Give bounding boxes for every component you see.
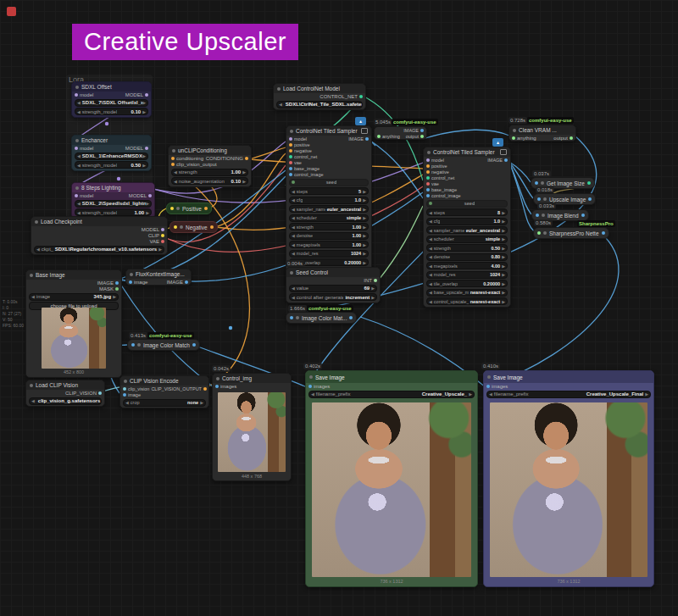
combo-arrow-right-icon[interactable]: ▶ (502, 236, 505, 241)
input-port-images[interactable] (486, 385, 490, 388)
widget-cfg[interactable]: ◀cfg1.0▶ (289, 197, 369, 204)
widget-steps[interactable]: ◀steps5▶ (289, 187, 369, 195)
combo-arrow-right-icon[interactable]: ▶ (502, 290, 505, 295)
combo-arrow-right-icon[interactable]: ▶ (502, 228, 505, 233)
input-port[interactable] (290, 316, 293, 319)
combo-arrow-right-icon[interactable]: ▶ (645, 391, 648, 397)
combo-arrow-right-icon[interactable]: ▶ (146, 201, 149, 206)
widget-crop[interactable]: ◀cropnone▶ (123, 399, 206, 407)
input-port[interactable] (537, 197, 541, 201)
widget-value[interactable]: ◀value69▶ (289, 285, 377, 292)
combo-arrow-right-icon[interactable]: ▶ (502, 246, 505, 251)
widget-sampler-name[interactable]: ◀sampler_nameeuler_ancestral▶ (426, 226, 508, 234)
node-controlnet-tiled-sampler-2[interactable]: ControlNet Tiled Sampler modelIMAGEposit… (423, 147, 511, 308)
input-port-control_image[interactable] (289, 173, 292, 176)
combo-arrow-right-icon[interactable]: ▶ (142, 100, 146, 105)
combo-arrow-right-icon[interactable]: ▶ (363, 207, 366, 212)
collapse-icon[interactable] (296, 316, 299, 319)
output-port-CLIP_VISION[interactable] (98, 391, 102, 395)
combo-arrow-right-icon[interactable]: ▶ (363, 225, 366, 230)
node-control-img[interactable]: Control_img images 448 x 768 (212, 373, 292, 481)
output-port-MODEL[interactable] (161, 228, 164, 231)
node-clean-vram-mid[interactable]: IMAGEanythingoutput (374, 126, 427, 140)
output-port[interactable] (602, 231, 605, 235)
input-port-images[interactable] (308, 385, 312, 388)
widget-sdxl-2-speedlsdxl-lightning-8-[interactable]: ◀SDXL_2\Speedlsdxl_lightning_8...▶ (75, 200, 152, 208)
node-clean-vram[interactable]: Clean VRAM ... anythingoutput (508, 125, 576, 142)
combo-arrow-right-icon[interactable]: ▶ (502, 210, 505, 215)
output-port-IMAGE[interactable] (504, 158, 508, 162)
node-base-image[interactable]: Base Image IMAGEMASK◀image345.jpg▶ choos… (25, 269, 122, 378)
input-port-negative[interactable] (426, 170, 430, 174)
output-port[interactable] (587, 181, 591, 185)
node-save-image-final[interactable]: Save Image images◀filename_prefixCreativ… (483, 370, 654, 587)
combo-arrow-right-icon[interactable]: ▶ (142, 153, 146, 158)
output-port-INT[interactable] (374, 279, 377, 282)
input-port-model[interactable] (75, 194, 78, 197)
widget-denoise[interactable]: ◀denoise1.00▶ (289, 232, 369, 240)
combo-arrow-right-icon[interactable]: ▶ (363, 242, 366, 247)
output-port-CONDITIONING[interactable] (245, 157, 248, 160)
collapse-icon[interactable] (176, 207, 180, 210)
collapse-icon[interactable] (35, 220, 38, 224)
input-port-negative[interactable] (289, 149, 292, 153)
widget-scheduler[interactable]: ◀schedulersimple▶ (289, 214, 369, 222)
combo-arrow-right-icon[interactable]: ▶ (146, 210, 149, 215)
output-port-MODEL[interactable] (145, 147, 148, 150)
output-port[interactable] (210, 225, 214, 229)
output-port-IMAGE[interactable] (420, 129, 424, 132)
input-port[interactable] (170, 207, 174, 210)
collapse-icon[interactable] (30, 384, 33, 387)
output-port-VAE[interactable] (161, 240, 164, 243)
node-load-checkpoint[interactable]: Load Checkpoint MODELCLIPVAE◀ckpt_nameSD… (31, 216, 168, 255)
collapse-icon[interactable] (277, 87, 281, 91)
combo-arrow-right-icon[interactable]: ▶ (142, 109, 146, 114)
collapse-icon[interactable] (180, 225, 183, 229)
collapse-icon[interactable] (137, 343, 141, 347)
node-negative-prompt[interactable]: Negative (170, 221, 218, 233)
combo-arrow-right-icon[interactable]: ▶ (363, 260, 366, 265)
output-port-IMAGE[interactable] (185, 280, 188, 284)
collapse-icon[interactable] (30, 274, 33, 277)
input-port-control_image[interactable] (426, 194, 430, 197)
input-port-anything[interactable] (512, 136, 515, 140)
node-image-color-match-2[interactable]: Image Color Mat... (286, 312, 357, 324)
output-port-MASK[interactable] (115, 287, 119, 291)
comfyui-logo-icon[interactable] (7, 7, 16, 16)
widget-contr-[interactable]: ◀contr...SDXL\CtrlNet_Tile_SDXL.safetens… (276, 101, 363, 108)
input-port[interactable] (537, 231, 541, 235)
combo-arrow-right-icon[interactable]: ▶ (113, 294, 116, 299)
widget-strength[interactable]: ◀strength1.00▶ (171, 169, 248, 176)
collapse-icon[interactable] (290, 130, 293, 133)
input-port-conditioning[interactable] (171, 157, 175, 160)
combo-arrow-right-icon[interactable]: ▶ (502, 219, 505, 224)
input-port-anything[interactable] (377, 135, 381, 138)
output-port[interactable] (349, 316, 353, 319)
input-port-positive[interactable] (289, 143, 292, 147)
combo-arrow-right-icon[interactable]: ▶ (502, 281, 505, 286)
input-port[interactable] (131, 343, 135, 347)
collapse-icon[interactable] (427, 151, 431, 154)
output-port-CLIP[interactable] (161, 234, 164, 237)
input-port-images[interactable] (215, 385, 219, 388)
widget-steps[interactable]: ◀steps8▶ (426, 208, 508, 216)
input-port-base_image[interactable] (289, 167, 292, 170)
collapse-icon[interactable] (75, 86, 79, 89)
widget-strength-model[interactable]: ◀strength_model0.50▶ (75, 161, 148, 169)
node-seed-control[interactable]: Seed Control INT◀value69▶◀control after … (286, 267, 381, 303)
combo-arrow-right-icon[interactable]: ▶ (502, 272, 505, 277)
node-positive-prompt[interactable]: Positive (166, 203, 212, 214)
input-port-positive[interactable] (426, 164, 430, 168)
widget-base-upscale-method[interactable]: ◀base_upscale_methodnearest-exact▶ (426, 289, 508, 297)
node-sharpness-pro[interactable]: SharpnessPro Nette (533, 227, 609, 239)
widget-model-res[interactable]: ◀model_res1024▶ (289, 250, 369, 258)
combo-arrow-right-icon[interactable]: ▶ (242, 179, 246, 184)
node-load-controlnet-model[interactable]: Load ControlNet Model CONTROL_NET◀contr.… (273, 83, 366, 110)
node-graph-canvas[interactable]: Creative Upscaler T: 0.00s I: 0 N: 27 (2… (0, 0, 678, 616)
queue-progress-icon[interactable]: ▴ (492, 138, 503, 147)
input-port-model[interactable] (75, 147, 78, 150)
combo-arrow-right-icon[interactable]: ▶ (363, 197, 366, 203)
output-port[interactable] (204, 207, 208, 210)
widget-filename-prefix[interactable]: ◀filename_prefixCreative_Upscale_▶ (308, 391, 475, 398)
widget-strength[interactable]: ◀strength1.00▶ (289, 223, 369, 230)
